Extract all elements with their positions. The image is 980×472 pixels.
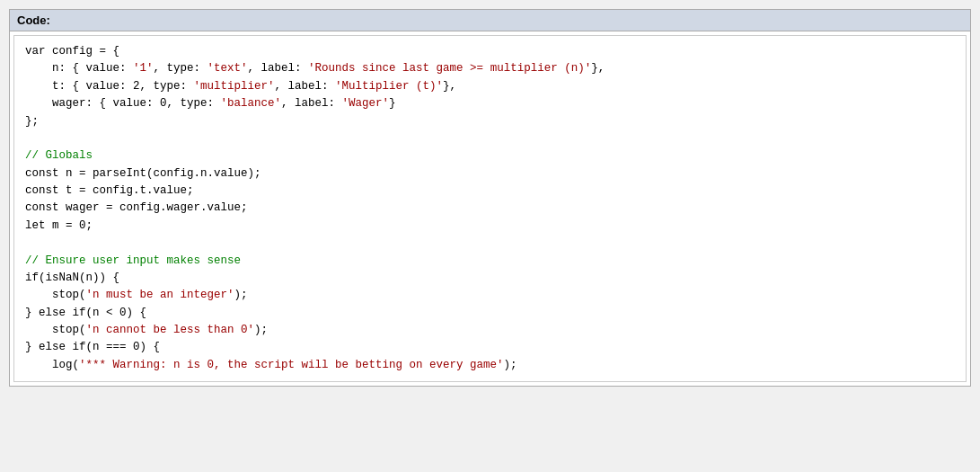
code-header-label: Code: [17,13,50,27]
code-body: var config = { n: { value: '1', type: 't… [13,35,967,382]
code-header: Code: [10,10,970,31]
code-container: Code: var config = { n: { value: '1', ty… [9,9,971,387]
code-block: var config = { n: { value: '1', type: 't… [25,43,955,374]
